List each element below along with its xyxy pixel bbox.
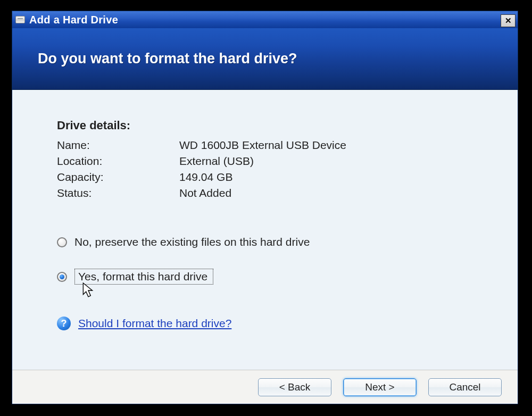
detail-name-label: Name: (57, 139, 179, 152)
title-bar: Add a Hard Drive ✕ (12, 11, 518, 28)
detail-status-label: Status: (57, 187, 179, 199)
close-icon: ✕ (505, 16, 512, 26)
detail-capacity-value: 149.04 GB (179, 171, 494, 184)
wizard-window: Add a Hard Drive ✕ Do you want to format… (12, 11, 518, 404)
close-button[interactable]: ✕ (501, 14, 516, 27)
drive-details-title: Drive details: (57, 119, 494, 132)
radio-icon (57, 237, 67, 247)
main-content: Drive details: Name: WD 1600JB External … (12, 90, 518, 370)
detail-location-label: Location: (57, 155, 179, 168)
option-preserve[interactable]: No, preserve the existing files on this … (57, 234, 494, 251)
header-band: Do you want to format the hard drive? (12, 28, 518, 90)
help-icon: ? (57, 317, 71, 330)
window-title: Add a Hard Drive (29, 14, 496, 26)
back-button[interactable]: < Back (258, 378, 331, 396)
cursor-icon (82, 282, 94, 298)
detail-name-value: WD 1600JB External USB Device (179, 139, 494, 152)
help-link[interactable]: Should I format the hard drive? (78, 317, 231, 330)
wizard-footer: < Back Next > Cancel (12, 370, 518, 404)
cancel-button[interactable]: Cancel (428, 378, 502, 396)
detail-status-value: Not Added (179, 187, 494, 199)
option-preserve-label: No, preserve the existing files on this … (74, 236, 310, 248)
drive-details-grid: Name: WD 1600JB External USB Device Loca… (57, 139, 494, 199)
radio-icon (57, 272, 67, 282)
drive-icon (15, 16, 25, 23)
detail-location-value: External (USB) (179, 155, 494, 168)
help-row: ? Should I format the hard drive? (57, 317, 494, 330)
detail-capacity-label: Capacity: (57, 171, 179, 184)
next-button[interactable]: Next > (343, 378, 417, 396)
page-heading: Do you want to format the hard drive? (38, 51, 297, 67)
option-format-label: Yes, format this hard drive (74, 269, 213, 285)
option-format[interactable]: Yes, format this hard drive (57, 267, 494, 287)
